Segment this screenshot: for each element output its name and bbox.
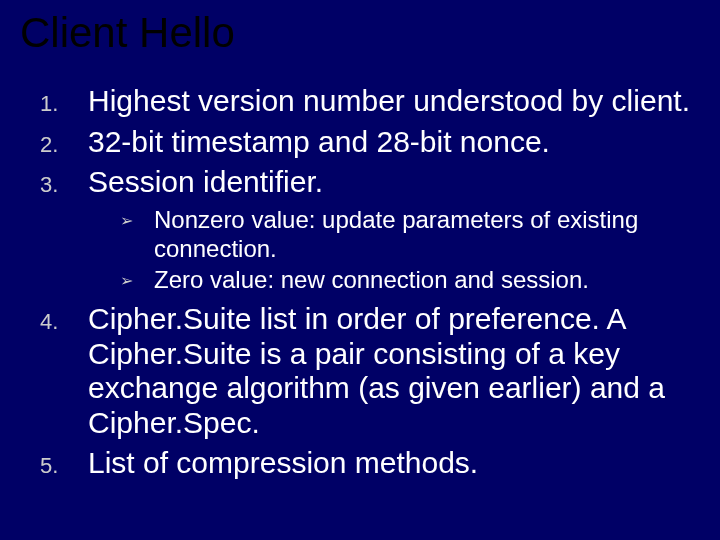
item-text: List of compression methods.	[88, 446, 690, 481]
list-item: 4. Cipher.Suite list in order of prefere…	[40, 302, 690, 440]
item-number: 3.	[40, 165, 88, 200]
item-number: 5.	[40, 446, 88, 481]
list-item: 1. Highest version number understood by …	[40, 84, 690, 119]
sub-list-item: ➢ Zero value: new connection and session…	[120, 266, 690, 295]
arrow-icon: ➢	[120, 266, 154, 295]
sub-item-text: Nonzero value: update parameters of exis…	[154, 206, 690, 264]
list-item: 5. List of compression methods.	[40, 446, 690, 481]
main-list: 1. Highest version number understood by …	[20, 84, 700, 200]
item-text: 32-bit timestamp and 28-bit nonce.	[88, 125, 690, 160]
page-title: Client Hello	[20, 10, 700, 56]
item-text: Cipher.Suite list in order of preference…	[88, 302, 690, 440]
sub-item-text: Zero value: new connection and session.	[154, 266, 690, 295]
list-item: 3. Session identifier.	[40, 165, 690, 200]
arrow-icon: ➢	[120, 206, 154, 264]
list-item: 2. 32-bit timestamp and 28-bit nonce.	[40, 125, 690, 160]
item-number: 4.	[40, 302, 88, 440]
item-number: 2.	[40, 125, 88, 160]
main-list-continued: 4. Cipher.Suite list in order of prefere…	[20, 302, 700, 481]
sub-list-item: ➢ Nonzero value: update parameters of ex…	[120, 206, 690, 264]
item-text: Highest version number understood by cli…	[88, 84, 690, 119]
slide: Client Hello 1. Highest version number u…	[0, 0, 720, 540]
item-number: 1.	[40, 84, 88, 119]
item-text: Session identifier.	[88, 165, 690, 200]
sub-list: ➢ Nonzero value: update parameters of ex…	[20, 206, 700, 294]
